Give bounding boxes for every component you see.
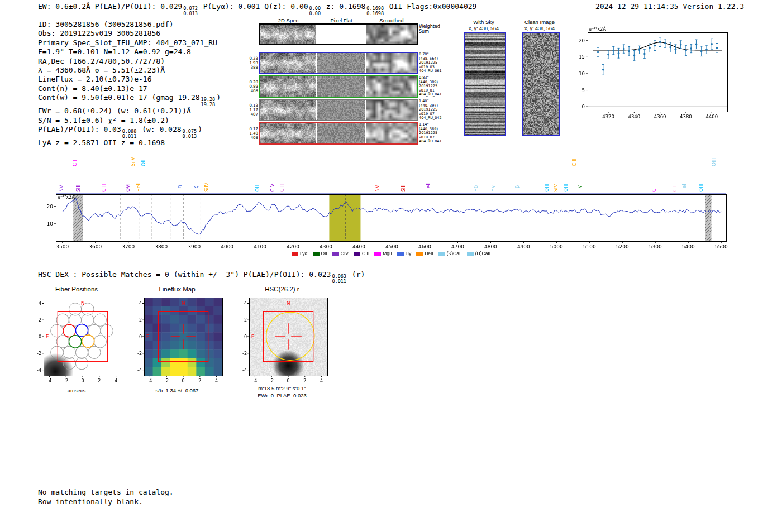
legend-swatch — [438, 252, 445, 256]
info-line: ID: 3005281856 (3005281856.pdf) — [38, 20, 221, 29]
stacked-fraction: 0.000.00 — [308, 6, 322, 16]
pixel-flat-cell — [317, 100, 365, 120]
line-fit-plot — [569, 26, 732, 122]
legend-item: HeII — [416, 251, 433, 256]
legend-item: Lyα — [292, 251, 308, 256]
legend-item: Hγ — [397, 251, 411, 256]
legend-item: CIII — [354, 251, 369, 256]
stacked-fraction: 0.0630.011 — [331, 274, 347, 284]
legend-item: CIV — [332, 251, 349, 256]
2d-spec-cell — [260, 123, 316, 143]
elixer-report-page: { "header": { "left_segments": [ {"t":"E… — [0, 0, 782, 532]
legend-swatch — [374, 252, 381, 256]
legend-swatch — [467, 252, 474, 256]
target-info-block: ID: 3005281856 (3005281856.pdf)Obs: 2019… — [38, 20, 221, 147]
legend-swatch — [292, 252, 298, 256]
clean-image — [522, 32, 560, 136]
smoothed-cell — [366, 53, 417, 73]
pixel-flat-cell — [317, 123, 365, 143]
clean-image-title: Clean Image — [517, 19, 562, 25]
legend-swatch — [354, 252, 360, 256]
hsc-image-xlabel-1: m:18.5 rc:2.9" s:0.1" — [233, 385, 331, 391]
cutout-col-title-2dspec: 2D Spec — [260, 17, 316, 23]
2d-spec-row — [259, 122, 418, 145]
legend-item: OII — [313, 251, 327, 256]
info-line: Cont(w) = 9.50(±0.01)e-17 (gmag 19.2819.… — [38, 93, 221, 107]
cutout-row-label: 0.83"(440, 389)20191225v019_01404_RU_041 — [419, 76, 447, 97]
emission-line-label: CIII — [571, 159, 577, 166]
emission-line-label: CII — [72, 160, 78, 166]
2d-spec-row — [259, 75, 418, 98]
info-line: RA,Dec (166.274780,50.772778) — [38, 57, 221, 66]
cutout-col-title-smoothed: Smoothed — [366, 17, 417, 23]
legend-item: (H)CaII — [467, 251, 490, 256]
stacked-fraction: 0.16980.1698 — [365, 6, 385, 16]
info-line: Obs: 20191225v019_3005281856 — [38, 29, 221, 38]
lineflux-map-xlabel: s/b: 1.34 +/- 0.067 — [128, 387, 226, 394]
lineflux-map-title: Lineflux Map — [128, 286, 226, 293]
legend-swatch — [313, 252, 320, 256]
report-canvas: EW: 0.6±0.2Å P(LAE)/P(OII): 0.0290.0720.… — [0, 0, 782, 532]
lineflux-map-panel — [128, 294, 226, 385]
fiber-positions-panel — [28, 294, 125, 385]
2d-spec-row — [259, 52, 418, 74]
info-line: LineFlux = 2.10(±0.73)e-16 — [38, 75, 221, 84]
legend-item: (K)CaII — [438, 251, 462, 256]
cutout-row-stats: 0.121.40408 — [246, 127, 258, 140]
cutout-row-label: 1.14"(440, 389)20191225v019_07404_RU_041 — [419, 123, 447, 144]
with-sky-coords: x, y: 438, 564 — [461, 26, 506, 31]
2d-spec-row — [259, 99, 418, 121]
emission-line-label: SiIV — [130, 157, 136, 166]
cutout-row-stats: 0.200.89408 — [246, 80, 258, 93]
hsc-dex-line: HSC-DEX : Possible Matches = 0 (within +… — [38, 270, 365, 284]
legend-swatch — [416, 252, 423, 256]
emission-line-label: OII — [141, 160, 146, 166]
cutout-row-label: 0.70"(438, 564)20191225v019_03404_RU_061 — [419, 52, 447, 74]
stacked-fraction: 0.0720.013 — [182, 6, 199, 16]
with-sky-image — [464, 32, 506, 136]
footer-line-1: No matching targets in catalog. — [38, 488, 174, 497]
footer-note: No matching targets in catalog. Row inte… — [38, 488, 174, 506]
fiber-positions-xlabel: arcsecs — [28, 387, 125, 394]
info-line: λ = 4360.68Å σ = 5.51(±2.23)Å — [38, 66, 221, 75]
info-line: Primary Spec_Slot_IFU_AMP: 404_073_071_R… — [38, 39, 221, 47]
full-spectrum-plot — [47, 188, 732, 250]
smoothed-cell — [366, 100, 417, 120]
2d-spec-cell — [260, 76, 316, 97]
hsc-image-panel — [233, 294, 331, 385]
cutout-row-stats: 0.131.17407 — [246, 103, 258, 117]
header-stats-line: EW: 0.6±0.2Å P(LAE)/P(OII): 0.0290.0720.… — [38, 2, 476, 16]
fiber-positions-title: Fiber Positions — [28, 286, 125, 293]
info-line: F=1.9" T=0.101 N=1.12 A=0.92 g=24.8 — [38, 47, 221, 56]
smoothed-cell — [366, 123, 417, 143]
cutout-col-title-pixelflat: Pixel Flat — [317, 17, 365, 23]
legend-swatch — [332, 252, 339, 256]
info-line: P(LAE)/P(OII): 0.030.0880.011 (w: 0.0280… — [38, 125, 221, 138]
report-datetime: 2024-12-29 11:14:35 Version 1.22.3 — [595, 2, 744, 11]
clean-image-coords: x, y: 438, 564 — [517, 26, 562, 31]
smoothed-cell — [366, 25, 417, 44]
info-line: LyA z = 2.5871 OII z = 0.1698 — [38, 138, 221, 147]
legend-swatch — [397, 252, 404, 256]
2d-spec-row — [259, 23, 418, 45]
2d-spec-cell — [260, 25, 316, 44]
cutout-row-label: WeightedSum — [419, 24, 447, 34]
hsc-image-xlabel-2: EWr: 0. PLAE: 0.023 — [233, 392, 331, 399]
info-line: Cont(n) = 8.40(±0.13)e-17 — [38, 84, 221, 93]
info-line: S/N = 5.1(±0.6) χ² = 1.8(±0.2) — [38, 116, 221, 125]
spectrum-legend: LyαOIICIVCIIIMgIIHγHeII(K)CaII(H)CaII — [56, 251, 726, 256]
info-line: EWr = 0.68(±0.24) (w: 0.61(±0.21))Å — [38, 107, 221, 116]
hsc-image-title: HSC(26.2) r — [233, 286, 331, 293]
2d-spec-cell — [260, 53, 316, 73]
emission-line-label: OIII — [711, 158, 717, 166]
footer-line-2: Row intentionally blank. — [38, 497, 174, 507]
with-sky-title: With Sky — [461, 19, 506, 25]
cutout-row-label: 1.40"(440, 397)20191225v019_07404_RU_042 — [419, 99, 447, 121]
cutout-row-stats: 0.231.93388 — [246, 56, 258, 70]
2d-spec-cell — [260, 100, 316, 120]
pixel-flat-cell — [317, 53, 365, 73]
pixel-flat-cell — [317, 25, 365, 44]
stacked-fraction: 0.0880.011 — [121, 129, 138, 138]
stacked-fraction: 0.0750.013 — [182, 129, 198, 138]
pixel-flat-cell — [317, 76, 365, 97]
